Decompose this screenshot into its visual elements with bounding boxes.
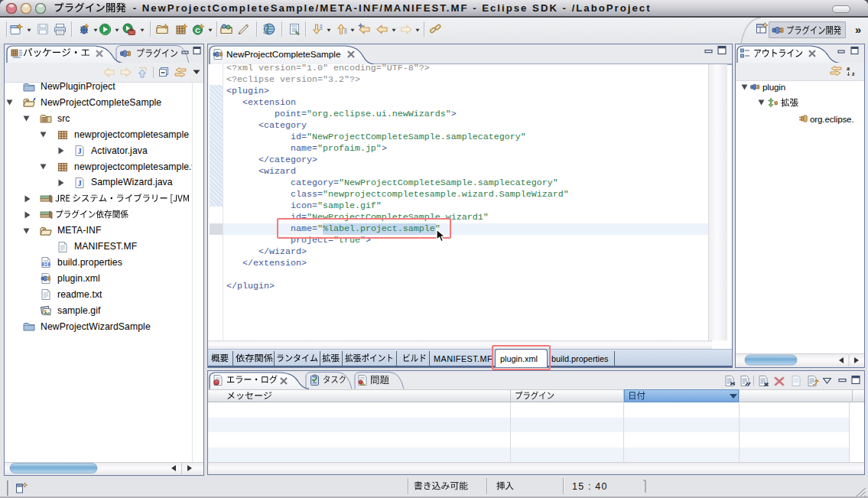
svg-text:z: z <box>852 70 855 77</box>
svg-text:J: J <box>77 179 81 187</box>
svg-text:C: C <box>195 26 200 34</box>
svg-text:010: 010 <box>41 262 50 268</box>
svg-text:J: J <box>77 147 81 155</box>
svg-text:a: a <box>847 65 850 72</box>
